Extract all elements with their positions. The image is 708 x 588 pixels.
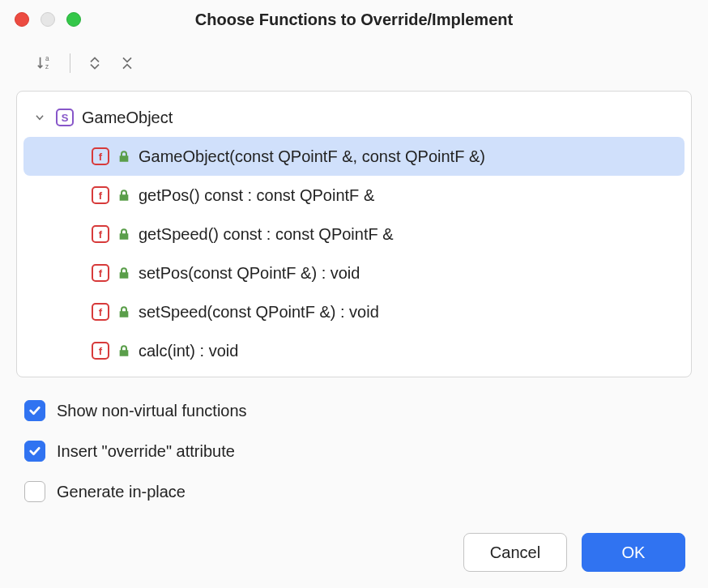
function-icon: f [92, 225, 109, 243]
checkbox-show-non-virtual[interactable] [24, 400, 45, 421]
lock-icon [117, 266, 130, 279]
collapse-all-button[interactable] [116, 52, 139, 75]
struct-icon: S [56, 109, 74, 126]
function-icon: f [92, 147, 109, 165]
lock-icon [117, 150, 130, 163]
close-window-button[interactable] [15, 12, 29, 27]
cancel-button[interactable]: Cancel [463, 533, 567, 572]
function-icon: f [92, 303, 109, 321]
function-label: setPos(const QPointF &) : void [139, 264, 360, 283]
function-label: getPos() const : const QPointF & [139, 186, 374, 205]
chevron-down-icon[interactable] [32, 112, 48, 123]
lock-icon [117, 228, 130, 241]
svg-text:a: a [45, 55, 49, 62]
function-label: calc(int) : void [139, 342, 238, 360]
lock-icon [117, 189, 130, 202]
function-icon: f [92, 264, 109, 282]
class-name-label: GameObject [82, 109, 173, 127]
option-generate-inplace[interactable]: Generate in-place [24, 481, 684, 502]
toolbar: a z [0, 39, 708, 84]
tree-function-row[interactable]: f GameObject(const QPointF &, const QPoi… [23, 137, 685, 176]
function-tree: S GameObject f GameObject(const QPointF … [16, 91, 692, 377]
option-label: Show non-virtual functions [57, 402, 247, 420]
checkbox-generate-inplace[interactable] [24, 481, 45, 502]
option-label: Insert "override" attribute [57, 442, 235, 461]
titlebar: Choose Functions to Override/Implement [0, 0, 708, 39]
option-show-non-virtual[interactable]: Show non-virtual functions [24, 400, 684, 421]
lock-icon [117, 305, 130, 318]
tree-class-row[interactable]: S GameObject [23, 98, 685, 137]
ok-button[interactable]: OK [582, 533, 685, 572]
minimize-window-button[interactable] [41, 12, 55, 27]
tree-function-row[interactable]: f calc(int) : void [23, 331, 685, 370]
window-controls [15, 12, 81, 27]
tree-function-row[interactable]: f setSpeed(const QPointF &) : void [23, 292, 685, 331]
option-insert-override[interactable]: Insert "override" attribute [24, 441, 684, 462]
tree-function-row[interactable]: f setPos(const QPointF &) : void [23, 254, 685, 292]
options-panel: Show non-virtual functions Insert "overr… [0, 384, 708, 518]
function-label: setSpeed(const QPointF &) : void [139, 303, 379, 322]
toolbar-divider [70, 53, 70, 73]
sort-alphabetically-button[interactable]: a z [34, 52, 57, 75]
maximize-window-button[interactable] [66, 12, 81, 27]
tree-function-row[interactable]: f getPos() const : const QPointF & [23, 176, 685, 215]
function-icon: f [92, 186, 109, 204]
function-label: GameObject(const QPointF &, const QPoint… [139, 147, 485, 166]
checkbox-insert-override[interactable] [24, 441, 45, 462]
function-icon: f [92, 342, 109, 360]
svg-text:z: z [45, 63, 49, 70]
dialog-buttons: Cancel OK [463, 533, 685, 572]
expand-all-button[interactable] [83, 52, 106, 75]
tree-function-row[interactable]: f getSpeed() const : const QPointF & [23, 215, 685, 254]
function-label: getSpeed() const : const QPointF & [139, 225, 394, 244]
option-label: Generate in-place [57, 483, 186, 501]
lock-icon [117, 344, 130, 357]
dialog-title: Choose Functions to Override/Implement [195, 11, 513, 29]
